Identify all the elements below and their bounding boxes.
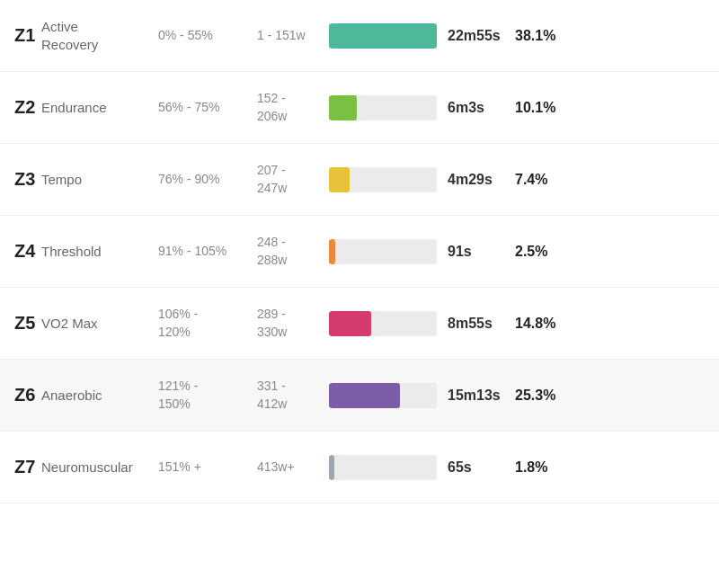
zone-list: Z1Active Recovery0% - 55%1 - 151w22m55s3…	[0, 0, 719, 503]
zone-time-z6: 15m13s	[448, 388, 515, 404]
zone-pct-z2: 56% - 75%	[158, 99, 257, 117]
zone-row-z3: Z3Tempo76% - 90%207 - 247w4m29s7.4%	[0, 144, 719, 216]
zone-percent-z1: 38.1%	[515, 28, 569, 44]
zone-watts-z1: 1 - 151w	[257, 27, 329, 45]
zone-bar-bg-z5	[329, 311, 437, 336]
zone-row-z4: Z4Threshold91% - 105%248 - 288w91s2.5%	[0, 216, 719, 288]
zone-id-z5: Z5	[14, 313, 41, 334]
zone-bar-container-z5	[329, 311, 437, 336]
zone-bar-bg-z3	[329, 167, 437, 192]
zone-watts-z7: 413w+	[257, 459, 329, 477]
zone-watts-z4: 248 - 288w	[257, 234, 329, 269]
zone-pct-z6: 121% - 150%	[158, 378, 257, 413]
zone-time-z7: 65s	[448, 459, 515, 476]
zone-name-z6: Anaerobic	[41, 387, 158, 405]
zone-pct-z1: 0% - 55%	[158, 27, 257, 45]
zone-name-z2: Endurance	[41, 99, 158, 117]
zone-name-z1: Active Recovery	[41, 18, 158, 53]
zone-bar-fill-z3	[329, 167, 350, 192]
zone-bar-bg-z7	[329, 455, 437, 480]
zone-bar-container-z3	[329, 167, 437, 192]
zone-watts-z6: 331 - 412w	[257, 378, 329, 413]
zone-bar-bg-z4	[329, 239, 437, 264]
zone-percent-z5: 14.8%	[515, 316, 569, 332]
zone-pct-z7: 151% +	[158, 459, 257, 477]
zone-bar-container-z6	[329, 383, 437, 408]
zone-name-z5: VO2 Max	[41, 315, 158, 333]
zone-id-z1: Z1	[14, 25, 41, 46]
zone-id-z7: Z7	[14, 457, 41, 477]
zone-percent-z2: 10.1%	[515, 100, 569, 116]
zone-bar-bg-z6	[329, 383, 437, 408]
zone-watts-z3: 207 - 247w	[257, 162, 329, 197]
zone-row-z6: Z6Anaerobic121% - 150%331 - 412w15m13s25…	[0, 360, 719, 432]
zone-name-z3: Tempo	[41, 171, 158, 189]
zone-percent-z4: 2.5%	[515, 244, 569, 260]
zone-percent-z7: 1.8%	[515, 459, 569, 476]
zone-bar-container-z1	[329, 23, 437, 49]
zone-time-z1: 22m55s	[448, 28, 515, 44]
zone-watts-z2: 152 - 206w	[257, 90, 329, 125]
zone-bar-fill-z1	[329, 23, 437, 49]
zone-row-z2: Z2Endurance56% - 75%152 - 206w6m3s10.1%	[0, 72, 719, 144]
zone-name-z7: Neuromuscular	[41, 459, 158, 477]
zone-bar-container-z2	[329, 95, 437, 120]
zone-bar-fill-z2	[329, 95, 357, 120]
zone-pct-z4: 91% - 105%	[158, 243, 257, 261]
zone-bar-container-z7	[329, 455, 437, 480]
zone-pct-z3: 76% - 90%	[158, 171, 257, 189]
zone-row-z1: Z1Active Recovery0% - 55%1 - 151w22m55s3…	[0, 0, 719, 72]
zone-row-z7: Z7Neuromuscular151% +413w+65s1.8%	[0, 432, 719, 503]
zone-name-z4: Threshold	[41, 243, 158, 261]
zone-percent-z6: 25.3%	[515, 388, 569, 404]
zone-id-z3: Z3	[14, 169, 41, 190]
zone-watts-z5: 289 - 330w	[257, 306, 329, 341]
zone-time-z4: 91s	[448, 244, 515, 260]
zone-pct-z5: 106% - 120%	[158, 306, 257, 341]
zone-bar-bg-z1	[329, 23, 437, 49]
zone-bar-bg-z2	[329, 95, 437, 120]
zone-bar-container-z4	[329, 239, 437, 264]
zone-bar-fill-z5	[329, 311, 371, 336]
zone-id-z4: Z4	[14, 241, 41, 262]
zone-time-z5: 8m55s	[448, 316, 515, 332]
zone-percent-z3: 7.4%	[515, 172, 569, 188]
zone-bar-fill-z6	[329, 383, 400, 408]
zone-bar-fill-z7	[329, 455, 334, 480]
zone-time-z3: 4m29s	[448, 172, 515, 188]
zone-id-z2: Z2	[14, 97, 41, 118]
zone-id-z6: Z6	[14, 385, 41, 405]
zone-bar-fill-z4	[329, 239, 335, 264]
zone-time-z2: 6m3s	[448, 100, 515, 116]
zone-row-z5: Z5VO2 Max106% - 120%289 - 330w8m55s14.8%	[0, 288, 719, 360]
